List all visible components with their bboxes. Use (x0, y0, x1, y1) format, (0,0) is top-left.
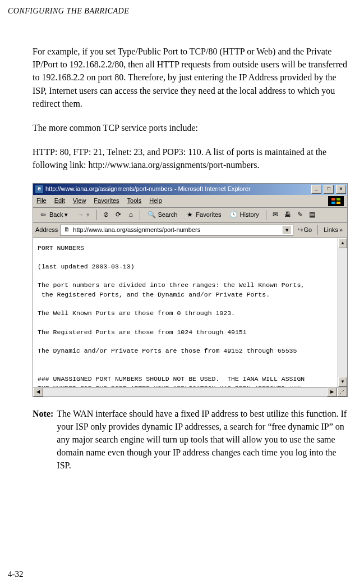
svg-rect-3 (337, 202, 340, 204)
addressbar: Address 🗎 http://www.iana.org/assignment… (33, 223, 347, 238)
menu-help[interactable]: Help (149, 197, 162, 206)
search-icon: 🔍 (147, 211, 156, 220)
links-button[interactable]: Links » (321, 225, 345, 235)
print-icon[interactable]: 🖶 (283, 211, 292, 220)
ie-icon: e (35, 185, 43, 193)
addressbar-separator (317, 225, 318, 235)
favorites-label: Favorites (196, 211, 221, 220)
go-button[interactable]: ↪ Go (296, 225, 315, 235)
browser-body: PORT NUMBERS (last updated 2003-03-13) T… (33, 238, 347, 387)
page-header: CONFIGURING THE BARRICADE (0, 0, 364, 16)
maximize-button[interactable]: □ (324, 185, 334, 194)
scroll-down-icon[interactable]: ▼ (338, 377, 347, 387)
resize-grip-icon: ⋰ (337, 388, 347, 396)
menu-tools[interactable]: Tools (127, 197, 142, 206)
close-button[interactable]: × (336, 185, 346, 194)
scroll-right-icon[interactable]: ▶ (327, 388, 337, 396)
discuss-icon[interactable]: ▤ (308, 211, 317, 220)
note-label: Note: (33, 407, 53, 472)
svg-rect-2 (331, 202, 335, 204)
favorites-icon: ★ (185, 211, 194, 220)
history-icon: 🕓 (229, 211, 238, 220)
back-label: Back (49, 211, 63, 220)
go-icon: ↪ (298, 226, 303, 235)
address-label: Address (35, 226, 58, 235)
links-chevron-icon: » (339, 226, 343, 235)
toolbar-separator-2 (140, 210, 140, 220)
back-arrow-icon: ⇦ (39, 211, 48, 220)
search-label: Search (158, 211, 177, 220)
refresh-icon[interactable]: ⟳ (114, 211, 123, 220)
browser-screenshot: e http://www.iana.org/assignments/port-n… (33, 183, 348, 397)
paragraph-1: For example, if you set Type/Public Port… (33, 45, 353, 110)
menu-favorites[interactable]: Favorites (94, 197, 119, 206)
main-content: For example, if you set Type/Public Port… (0, 16, 364, 472)
search-button[interactable]: 🔍 Search (145, 210, 179, 220)
window-title: http://www.iana.org/assignments/port-num… (45, 185, 309, 194)
history-button[interactable]: 🕓 History (227, 210, 261, 220)
home-icon[interactable]: ⌂ (126, 211, 135, 220)
scroll-track[interactable] (338, 248, 347, 377)
svg-rect-1 (337, 198, 340, 200)
vertical-scrollbar[interactable]: ▲ ▼ (338, 238, 347, 387)
scroll-up-icon[interactable]: ▲ (338, 238, 347, 248)
menubar: File Edit View Favorites Tools Help (33, 195, 347, 208)
page-icon: 🗎 (62, 226, 71, 235)
toolbar-separator-3 (266, 210, 266, 220)
page-number: 4-32 (8, 569, 24, 579)
menu-file[interactable]: File (36, 197, 47, 206)
address-value: http://www.iana.org/assignments/port-num… (73, 226, 279, 235)
address-input[interactable]: 🗎 http://www.iana.org/assignments/port-n… (60, 225, 293, 236)
note-block: Note: The WAN interface should have a fi… (33, 407, 353, 472)
paragraph-2: The more common TCP service ports includ… (33, 121, 353, 134)
edit-icon[interactable]: ✎ (296, 211, 305, 220)
scroll-left-icon[interactable]: ◀ (33, 388, 43, 396)
toolbar-separator (96, 210, 97, 220)
stop-icon[interactable]: ⊘ (102, 211, 110, 220)
history-label: History (240, 211, 259, 220)
menu-view[interactable]: View (73, 197, 86, 206)
menu-edit[interactable]: Edit (54, 197, 65, 206)
back-dropdown-icon: ▾ (64, 211, 68, 220)
forward-dropdown-icon: ▾ (86, 211, 90, 220)
back-button[interactable]: ⇦ Back ▾ (36, 210, 70, 220)
paragraph-3: HTTP: 80, FTP: 21, Telnet: 23, and POP3:… (33, 145, 353, 171)
minimize-button[interactable]: _ (311, 185, 321, 194)
favorites-button[interactable]: ★ Favorites (183, 210, 223, 220)
toolbar: ⇦ Back ▾ → ▾ ⊘ ⟳ ⌂ 🔍 Search ★ Favorites (33, 208, 347, 223)
horizontal-scrollbar[interactable]: ◀ ▶ ⋰ (33, 387, 347, 396)
titlebar: e http://www.iana.org/assignments/port-n… (33, 184, 347, 195)
page-content: PORT NUMBERS (last updated 2003-03-13) T… (33, 238, 338, 387)
mail-icon[interactable]: ✉ (271, 211, 280, 220)
links-label: Links (324, 226, 338, 235)
go-label: Go (304, 226, 312, 235)
forward-button[interactable]: → ▾ (73, 210, 92, 220)
address-dropdown-icon[interactable]: ▾ (283, 226, 291, 235)
svg-rect-0 (331, 198, 335, 200)
forward-arrow-icon: → (76, 211, 85, 220)
note-text: The WAN interface should have a fixed IP… (57, 407, 353, 472)
windows-flag-icon (328, 196, 344, 206)
scroll-track-h[interactable] (43, 388, 327, 396)
